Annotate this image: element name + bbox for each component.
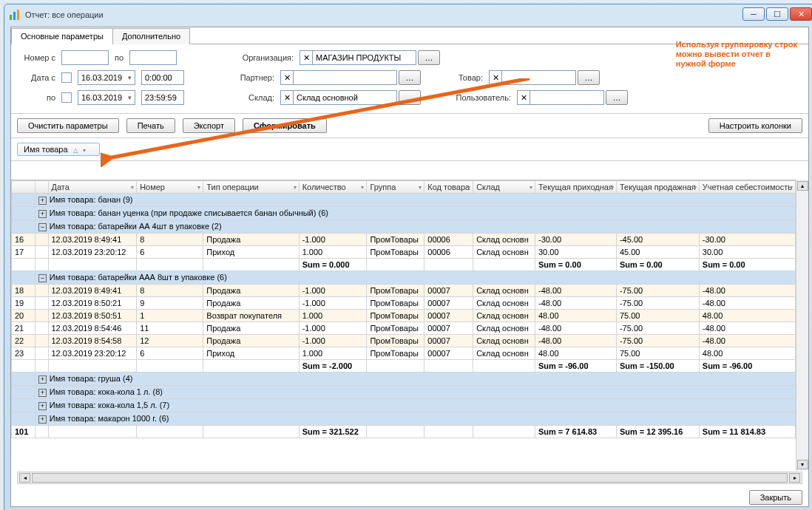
scroll-left-icon[interactable]: ◂ [19, 473, 30, 483]
collapse-icon[interactable]: − [38, 223, 47, 231]
close-button[interactable]: ✕ [790, 7, 812, 21]
table-row[interactable]: 1812.03.2019 8:49:418Продажа-1.000ПромТо… [12, 285, 796, 297]
maximize-button[interactable]: ☐ [766, 7, 788, 21]
scroll-down-icon[interactable]: ▾ [797, 460, 808, 469]
number-from-input[interactable] [61, 50, 109, 65]
col-grp[interactable]: Группа▾ [367, 181, 424, 194]
tovar-combo: ✕ … [489, 70, 600, 85]
col-pout[interactable]: Текущая продажная▾ [616, 181, 699, 194]
tab-extra[interactable]: Дополнительно [112, 28, 190, 44]
col-cost[interactable]: Учетная себестоимость▾ [699, 181, 795, 194]
time-to-input[interactable] [141, 90, 184, 105]
user-value[interactable] [530, 90, 604, 105]
date-to-checkbox[interactable] [61, 92, 72, 103]
org-combo: ✕ МАГАЗИН ПРОДУКТЫ … [300, 50, 440, 65]
user-browse-button[interactable]: … [606, 90, 628, 105]
group-panel[interactable]: Имя товара △ ▾ [11, 138, 808, 161]
annotation-text: Используя группировку строк можно вывест… [676, 40, 797, 69]
col-code[interactable]: Код товара▾ [424, 181, 473, 194]
group-row[interactable]: −Имя товара: батарейки ААА 8шт в упаковк… [12, 271, 796, 285]
table-row[interactable]: 2012.03.2019 8:50:511Возврат покупателя1… [12, 310, 796, 322]
partner-label: Партнер: [214, 73, 274, 82]
sklad-browse-button[interactable]: … [399, 90, 421, 105]
group-row[interactable]: +Имя товара: макарон 1000 г. (6) [12, 412, 796, 426]
group-row[interactable]: +Имя товара: груша (4) [12, 373, 796, 386]
total-row: 101Sum = 321.522Sum = 7 614.83Sum = 12 3… [12, 426, 796, 438]
user-checkbox[interactable]: ✕ [517, 90, 530, 105]
col-pin[interactable]: Текущая приходная▾ [535, 181, 616, 194]
tovar-value[interactable] [502, 70, 576, 85]
sklad-label: Склад: [214, 93, 274, 102]
export-button[interactable]: Экспорт [183, 118, 235, 133]
clear-button[interactable]: Очистить параметры [17, 118, 119, 133]
number-from-label: Номер с [20, 53, 55, 62]
build-button[interactable]: Сформировать [243, 118, 327, 133]
tovar-label: Товар: [446, 73, 483, 82]
titlebar: Отчет: все операции [4, 4, 812, 25]
col-expand[interactable] [35, 181, 48, 194]
table-row[interactable]: 1912.03.2019 8:50:219Продажа-1.000ПромТо… [12, 297, 796, 310]
minimize-button[interactable]: ─ [742, 7, 765, 21]
group-row[interactable]: −Имя товара: батарейки АА 4шт в упаковке… [12, 220, 796, 234]
col-date[interactable]: Дата▾ [48, 181, 137, 194]
number-to-label: по [115, 53, 124, 62]
scroll-right-icon[interactable]: ▸ [789, 473, 800, 483]
table-row[interactable]: 2112.03.2019 8:54:4611Продажа-1.000ПромТ… [12, 322, 796, 335]
expand-icon[interactable]: + [38, 415, 47, 424]
user-combo: ✕ … [517, 90, 628, 105]
date-from-label: Дата с [20, 73, 55, 82]
org-value[interactable]: МАГАЗИН ПРОДУКТЫ [313, 50, 416, 65]
report-window: Отчет: все операции ─ ☐ ✕ Основные парам… [4, 4, 812, 510]
group-row[interactable]: +Имя товара: банан уценка (при продаже с… [12, 207, 796, 220]
col-op[interactable]: Тип операции▾ [203, 181, 299, 194]
col-num[interactable]: Номер▾ [137, 181, 203, 194]
org-label: Организация: [233, 53, 294, 62]
date-to-input[interactable]: 16.03.2019▾ [78, 90, 135, 105]
org-browse-button[interactable]: … [418, 50, 440, 65]
expand-icon[interactable]: + [38, 197, 47, 205]
sort-asc-icon: △ [73, 147, 78, 154]
table-row[interactable]: 2312.03.2019 23:20:126Приход1.000ПромТов… [12, 347, 796, 360]
tovar-checkbox[interactable]: ✕ [489, 70, 502, 85]
scrollbar-thumb[interactable] [32, 473, 788, 483]
time-from-input[interactable] [141, 70, 184, 85]
sklad-value[interactable]: Склад основной [294, 90, 397, 105]
group-row[interactable]: +Имя товара: кока-кола 1,5 л. (7) [12, 399, 796, 412]
group-row[interactable]: +Имя товара: банан (9) [12, 194, 796, 207]
sklad-checkbox[interactable]: ✕ [280, 90, 294, 105]
table-row[interactable]: 1712.03.2019 23:20:126Приход1.000ПромТов… [12, 246, 796, 259]
close-dialog-button[interactable]: Закрыть [749, 490, 802, 505]
expand-icon[interactable]: + [38, 375, 47, 384]
col-rownum[interactable] [12, 181, 35, 194]
number-to-input[interactable] [129, 50, 177, 65]
expand-icon[interactable]: + [38, 389, 47, 397]
scroll-up-icon[interactable]: ▴ [797, 181, 808, 191]
subtotal-row: Sum = -2.000Sum = -96.00Sum = -150.00Sum… [12, 360, 796, 373]
partner-value[interactable] [294, 70, 397, 85]
date-from-checkbox[interactable] [61, 72, 72, 83]
vertical-scrollbar[interactable]: ▴ ▾ [796, 180, 808, 471]
group-row[interactable]: +Имя товара: кока-кола 1 л. (8) [12, 386, 796, 399]
date-from-input[interactable]: 16.03.2019▾ [78, 70, 135, 85]
svg-rect-0 [10, 15, 12, 20]
col-qty[interactable]: Количество▾ [299, 181, 367, 194]
print-button[interactable]: Печать [126, 118, 175, 133]
table-row[interactable]: 1612.03.2019 8:49:418Продажа-1.000ПромТо… [12, 234, 796, 246]
expand-icon[interactable]: + [38, 210, 47, 218]
client-area: Основные параметры Дополнительно Номер с… [10, 27, 809, 507]
tab-main[interactable]: Основные параметры [11, 28, 113, 44]
tovar-browse-button[interactable]: … [578, 70, 600, 85]
org-checkbox[interactable]: ✕ [300, 50, 313, 65]
chevron-down-icon: ▾ [128, 74, 132, 81]
partner-browse-button[interactable]: … [399, 70, 421, 85]
table-row[interactable]: 2212.03.2019 8:54:5812Продажа-1.000ПромТ… [12, 335, 796, 347]
horizontal-scrollbar[interactable]: ◂ ▸ [17, 472, 802, 484]
expand-icon[interactable]: + [38, 402, 47, 410]
subtotal-row: Sum = 0.000Sum = 0.00Sum = 0.00Sum = 0.0… [12, 259, 796, 271]
col-skl[interactable]: Склад▾ [473, 181, 535, 194]
collapse-icon[interactable]: − [38, 274, 47, 282]
group-chip-item-name[interactable]: Имя товара △ ▾ [17, 143, 100, 156]
partner-checkbox[interactable]: ✕ [280, 70, 294, 85]
columns-button[interactable]: Настроить колонки [708, 118, 802, 133]
window-controls: ─ ☐ ✕ [742, 7, 812, 21]
